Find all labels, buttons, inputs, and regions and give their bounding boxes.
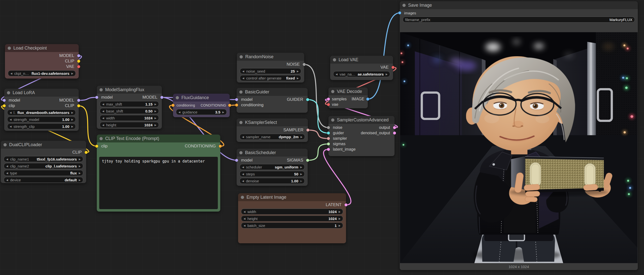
node-ksampler-select[interactable]: KSamplerSelect SAMPLER ◀ sampler_name dp… — [236, 118, 308, 142]
increment-arrow-icon[interactable]: ▶ — [71, 125, 73, 128]
collapse-dot-icon[interactable] — [333, 58, 336, 62]
node-random-noise[interactable]: RandomNoise NOISE ◀ noise_seed 25 ▶ ◀ co… — [237, 53, 304, 83]
increment-arrow-icon[interactable]: ▶ — [338, 224, 340, 227]
width-widget[interactable]: ◀ width 1024 ▶ — [241, 209, 343, 214]
increment-arrow-icon[interactable]: ▶ — [300, 136, 302, 138]
images-input-port[interactable] — [398, 12, 401, 14]
decrement-arrow-icon[interactable]: ◀ — [10, 125, 12, 128]
increment-arrow-icon[interactable]: ▶ — [300, 166, 302, 168]
node-basic-guider[interactable]: BasicGuider model GUIDER conditioning — [236, 88, 308, 113]
increment-arrow-icon[interactable]: ▶ — [79, 172, 81, 174]
node-header[interactable]: CLIP Text Encode (Prompt) — [97, 135, 220, 142]
conditioning-input-port[interactable] — [235, 104, 238, 107]
noise-seed-widget[interactable]: ◀ noise_seed 25 ▶ — [240, 68, 301, 74]
decrement-arrow-icon[interactable]: ◀ — [6, 179, 8, 181]
ckpt-name-widget[interactable]: ◀ ckpt_name flux1-dev.safetensors ▶ — [8, 70, 76, 76]
steps-widget[interactable]: ◀ steps 50 ▶ — [240, 171, 305, 177]
collapse-dot-icon[interactable] — [331, 90, 334, 93]
increment-arrow-icon[interactable]: ▶ — [71, 111, 73, 114]
increment-arrow-icon[interactable]: ▶ — [79, 179, 81, 181]
clip-input-port[interactable] — [3, 104, 6, 107]
latent-image-input-port[interactable] — [327, 148, 330, 151]
denoise-widget[interactable]: ◀ denoise 1.00 ▶ — [240, 178, 305, 184]
decrement-arrow-icon[interactable]: ◀ — [10, 118, 12, 121]
node-header[interactable]: BasicGuider — [236, 88, 308, 96]
sigmas-input-port[interactable] — [327, 142, 330, 145]
collapse-dot-icon[interactable] — [8, 47, 11, 50]
node-flux-guidance[interactable]: FluxGuidance conditioning CONDITIONING ◀… — [173, 94, 230, 117]
node-header[interactable]: VAE Decode — [328, 88, 368, 95]
decrement-arrow-icon[interactable]: ◀ — [102, 103, 104, 106]
base-shift-widget[interactable]: ◀ base_shift 0.50 ▶ — [100, 108, 159, 114]
filename-prefix-widget[interactable]: filename_prefix MarkuryFLUX — [403, 17, 635, 23]
increment-arrow-icon[interactable]: ▶ — [386, 73, 388, 76]
decrement-arrow-icon[interactable]: ◀ — [6, 158, 8, 161]
collapse-dot-icon[interactable] — [331, 118, 334, 122]
collapse-dot-icon[interactable] — [4, 143, 7, 146]
node-header[interactable]: FluxGuidance — [173, 94, 230, 102]
model-input-port[interactable] — [3, 99, 6, 102]
decrement-arrow-icon[interactable]: ◀ — [244, 210, 246, 213]
sampler-output-port[interactable] — [306, 129, 310, 132]
increment-arrow-icon[interactable]: ▶ — [154, 124, 156, 126]
collapse-dot-icon[interactable] — [402, 4, 406, 7]
decrement-arrow-icon[interactable]: ◀ — [242, 180, 244, 182]
model-input-port[interactable] — [235, 159, 238, 162]
collapse-dot-icon[interactable] — [240, 55, 243, 59]
collapse-dot-icon[interactable] — [176, 96, 179, 99]
node-vae-decode[interactable]: VAE Decode samples IMAGE vae — [328, 88, 368, 108]
increment-arrow-icon[interactable]: ▶ — [297, 70, 299, 73]
sampler-name-widget[interactable]: ◀ sampler_name dpmpp_2m ▶ — [240, 134, 305, 140]
node-header[interactable]: BasicScheduler — [236, 149, 308, 157]
node-empty-latent-image[interactable]: Empty Latent Image LATENT ◀ width 1024 ▶… — [238, 193, 346, 243]
node-load-lora[interactable]: Load LoRA model MODEL clip CLIP ◀ lor ..… — [4, 89, 79, 131]
decrement-arrow-icon[interactable]: ◀ — [244, 217, 246, 220]
node-header[interactable]: Empty Latent Image — [238, 193, 346, 201]
decrement-arrow-icon[interactable]: ◀ — [242, 136, 244, 138]
guider-input-port[interactable] — [327, 132, 330, 135]
node-graph-canvas[interactable]: Load Checkpoint MODEL CLIP VAE ◀ ckpt_na… — [0, 0, 644, 275]
link-basicguider-to-sampler[interactable] — [308, 100, 328, 133]
denoised-output-port[interactable] — [393, 132, 396, 135]
decrement-arrow-icon[interactable]: ◀ — [6, 165, 8, 167]
decrement-arrow-icon[interactable]: ◀ — [178, 111, 180, 113]
link-lora-clip-to-clipencode[interactable] — [79, 106, 97, 146]
conditioning-output-port[interactable] — [228, 104, 231, 107]
strength-clip-widget[interactable]: ◀ strength_clip 1.00 ▶ — [7, 123, 76, 129]
model-input-port[interactable] — [95, 96, 98, 99]
increment-arrow-icon[interactable]: ▶ — [338, 217, 340, 220]
increment-arrow-icon[interactable]: ▶ — [297, 77, 299, 80]
control-after-generate-widget[interactable]: ◀ control after generate fixed ▶ — [240, 75, 301, 81]
height-widget[interactable]: ◀ height 1024 ▶ — [100, 122, 159, 128]
increment-arrow-icon[interactable]: ▶ — [300, 180, 302, 182]
node-sampler-custom-advanced[interactable]: SamplerCustomAdvanced noise output guide… — [328, 116, 394, 156]
output-port[interactable] — [393, 126, 396, 129]
link-lora-model-to-modelsampling[interactable] — [79, 97, 97, 100]
clip-input-port[interactable] — [95, 145, 98, 148]
node-basic-scheduler[interactable]: BasicScheduler model SIGMAS ◀ scheduler … — [236, 149, 308, 186]
samples-input-port[interactable] — [327, 98, 330, 101]
collapse-dot-icon[interactable] — [239, 90, 242, 94]
vae-name-widget[interactable]: ◀ vae_name ae.safetensors ▶ — [333, 71, 390, 77]
link-randomnoise-to-sampler[interactable] — [304, 64, 328, 128]
node-header[interactable]: Load VAE — [330, 56, 393, 64]
sigmas-output-port[interactable] — [306, 159, 309, 162]
clip-output-port[interactable] — [77, 60, 80, 63]
model-output-port[interactable] — [77, 99, 80, 102]
node-header[interactable]: DualCLIPLoader — [1, 141, 86, 149]
conditioning-input-port[interactable] — [172, 104, 174, 107]
node-header[interactable]: ModelSamplingFlux — [97, 86, 162, 94]
decrement-arrow-icon[interactable]: ◀ — [10, 72, 12, 75]
increment-arrow-icon[interactable]: ▶ — [79, 158, 81, 161]
latent-output-port[interactable] — [344, 203, 348, 206]
guider-output-port[interactable] — [306, 98, 309, 101]
batch-size-widget[interactable]: ◀ batch_size 1 ▶ — [241, 222, 343, 228]
lora-name-widget[interactable]: ◀ lor ... flux_dreambooth.safetensors ▶ — [7, 110, 76, 115]
clip-output-port[interactable] — [77, 104, 80, 107]
node-load-vae[interactable]: Load VAE VAE ◀ vae_name ae.safetensors ▶ — [330, 56, 393, 80]
decrement-arrow-icon[interactable]: ◀ — [6, 172, 8, 174]
node-header[interactable]: KSamplerSelect — [236, 118, 308, 126]
node-save-image[interactable]: Save Image images filename_prefix Markur… — [400, 1, 638, 270]
collapse-dot-icon[interactable] — [100, 137, 103, 140]
node-dual-clip-loader[interactable]: DualCLIPLoader CLIP ◀ clip_name1 t5xxl_f… — [1, 141, 86, 183]
